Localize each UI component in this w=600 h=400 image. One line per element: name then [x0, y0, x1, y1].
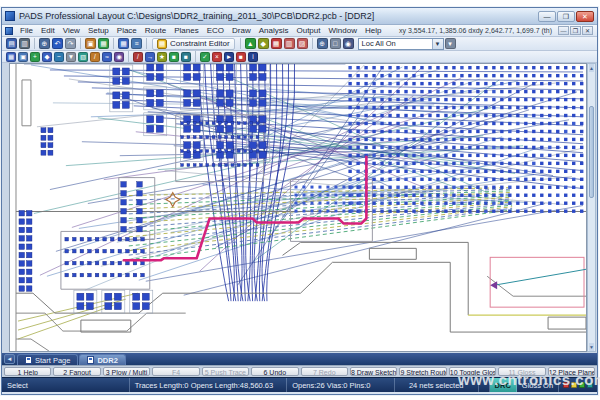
menu-window[interactable]: Window	[324, 26, 360, 35]
pour-icon[interactable]: ■	[181, 52, 191, 62]
status-led-4	[587, 382, 593, 388]
board-view-icon[interactable]: ▣	[18, 52, 28, 62]
menu-route[interactable]: Route	[141, 26, 170, 35]
find-icon[interactable]: ⊕	[39, 38, 50, 49]
layer-scheme-combobox[interactable]: Loc All On ▼	[358, 38, 444, 50]
maximize-button[interactable]: ❐	[557, 11, 575, 22]
flag-icon[interactable]: ►	[224, 52, 234, 62]
fkey-6-undo[interactable]: 6 Undo	[251, 367, 298, 376]
fkey-11-gloss: 11 Gloss	[498, 367, 545, 376]
fkey-5-push-trace: 5 Push Trace	[202, 367, 249, 376]
status-drc-badge[interactable]: DRC	[490, 378, 517, 392]
sketch-icon[interactable]: ★	[157, 52, 167, 62]
menu-place[interactable]: Place	[113, 26, 141, 35]
redraw-icon[interactable]: ▦	[6, 52, 16, 62]
info-icon[interactable]: i	[248, 52, 258, 62]
plane-icon[interactable]: ■	[169, 52, 179, 62]
drc-grid-icon[interactable]: ▦	[271, 38, 282, 49]
minimize-button[interactable]: —	[538, 11, 556, 22]
status-led-indicators	[559, 378, 597, 392]
component-icon[interactable]: ▦	[98, 38, 109, 49]
pcb-canvas[interactable]	[9, 63, 587, 352]
app-window: PADS Professional Layout C:\Designs\DDR2…	[1, 7, 598, 395]
mdi-restore-button[interactable]: ❐	[570, 26, 581, 35]
page-icon[interactable]: □	[330, 38, 341, 49]
filter-icon[interactable]: ▼	[66, 52, 76, 62]
highlight-icon[interactable]: ▧	[78, 52, 88, 62]
fkey-f4: F4	[152, 367, 199, 376]
add-part-icon[interactable]: +	[30, 52, 40, 62]
cross-probe-icon[interactable]: ▣	[85, 38, 96, 49]
tab-start-page[interactable]: Start Page	[17, 354, 78, 365]
toolbar1-icons-c: ▾	[444, 38, 457, 49]
up-arrow-icon[interactable]: ▲	[245, 38, 256, 49]
drc-on-icon[interactable]: ✓	[200, 52, 210, 62]
move-icon[interactable]: ◆	[42, 52, 52, 62]
menu-draw[interactable]: Draw	[228, 26, 255, 35]
spreadsheet-icon[interactable]: ▦	[118, 38, 129, 49]
menu-help[interactable]: Help	[361, 26, 385, 35]
fkey-3-plow-multi[interactable]: 3 Plow / Multi	[103, 367, 150, 376]
fkey-8-draw-sketch[interactable]: 8 Draw Sketch	[350, 367, 397, 376]
zoom-in-icon[interactable]: ⊕	[317, 38, 328, 49]
close-button[interactable]: ✕	[576, 11, 594, 22]
redo-icon[interactable]: ↷	[65, 38, 76, 49]
vertical-scrollbar[interactable]: ▲ ▼	[587, 63, 596, 352]
select-net-icon[interactable]: ~	[54, 52, 64, 62]
trace-icon[interactable]: ≈	[102, 52, 112, 62]
display-toolbar: ▦▣+◆~▼▧/≈◉/→★■■✓×►■i	[2, 51, 597, 63]
toggle-left-icon[interactable]: ▥	[284, 38, 295, 49]
fkey-12-place-plane[interactable]: 12 Place Plane	[548, 367, 595, 376]
toolbar-separator	[146, 38, 147, 49]
status-gloss[interactable]: Gloss On	[517, 378, 559, 392]
tab-ddr2[interactable]: DDR2	[79, 354, 125, 365]
print-icon[interactable]: ▥	[19, 38, 30, 49]
status-selection: 24 nets selected	[395, 378, 479, 392]
menu-planes[interactable]: Planes	[170, 26, 202, 35]
menu-analysis[interactable]: Analysis	[255, 26, 293, 35]
route-mode-icon[interactable]: /	[133, 52, 143, 62]
fkey-1-help[interactable]: 1 Help	[4, 367, 51, 376]
constraint-editor-button[interactable]: ▦ Constraint Editor	[152, 38, 235, 50]
plow-icon[interactable]: →	[145, 52, 155, 62]
tab-scroll-left-icon[interactable]: ◄	[4, 354, 15, 364]
menu-bar-items: FileEditViewSetupPlaceRoutePlanesECODraw…	[16, 26, 385, 35]
menu-view[interactable]: View	[59, 26, 84, 35]
toolbar-separator	[113, 38, 114, 49]
toggle-right-icon[interactable]: ▨	[297, 38, 308, 49]
document-tab-icon	[25, 356, 32, 364]
net-inspect-box	[490, 257, 586, 307]
scroll-down-icon[interactable]: ▼	[589, 343, 594, 351]
gloss-icon[interactable]: ◆	[258, 38, 269, 49]
save-icon[interactable]: ▤	[6, 38, 17, 49]
scroll-up-icon[interactable]: ▲	[589, 64, 594, 72]
stop-icon[interactable]: ■	[236, 52, 246, 62]
function-key-bar: 1 Help2 Fanout3 Plow / MultiF45 Push Tra…	[2, 365, 597, 377]
fkey-2-fanout[interactable]: 2 Fanout	[53, 367, 100, 376]
pcb-drawing	[10, 64, 586, 351]
status-mode: Select	[2, 378, 130, 392]
undo-icon[interactable]: ↶	[52, 38, 63, 49]
draw-icon[interactable]: /	[90, 52, 100, 62]
probe-icon[interactable]: ◉	[343, 38, 354, 49]
fkey-9-stretch-route[interactable]: 9 Stretch Route	[399, 367, 446, 376]
tab-label: DDR2	[97, 356, 117, 365]
toolbar-separator	[195, 51, 196, 62]
layers-icon[interactable]: ≡	[131, 38, 142, 49]
via-icon[interactable]: ◉	[114, 52, 124, 62]
menu-output[interactable]: Output	[292, 26, 324, 35]
menu-edit[interactable]: Edit	[37, 26, 59, 35]
drc-off-icon[interactable]: ×	[212, 52, 222, 62]
status-bar: Select Traces Length:0 Opens Length:48,5…	[2, 377, 597, 392]
menu-file[interactable]: File	[16, 26, 37, 35]
fkey-10-toggle-gloss[interactable]: 10 Toggle Gloss	[449, 367, 496, 376]
mdi-minimize-button[interactable]: —	[558, 26, 569, 35]
tab-label: Start Page	[35, 356, 70, 365]
combobox-dropdown-icon[interactable]: ▼	[432, 39, 443, 49]
toolbar1-icons-b: ▲◆▦▥▨⊕□◉	[237, 38, 355, 49]
scrollbar-thumb[interactable]	[589, 106, 594, 198]
combo-more-icon[interactable]: ▾	[445, 38, 456, 49]
mdi-close-button[interactable]: ✕	[582, 26, 593, 35]
menu-setup[interactable]: Setup	[84, 26, 113, 35]
menu-eco[interactable]: ECO	[203, 26, 228, 35]
